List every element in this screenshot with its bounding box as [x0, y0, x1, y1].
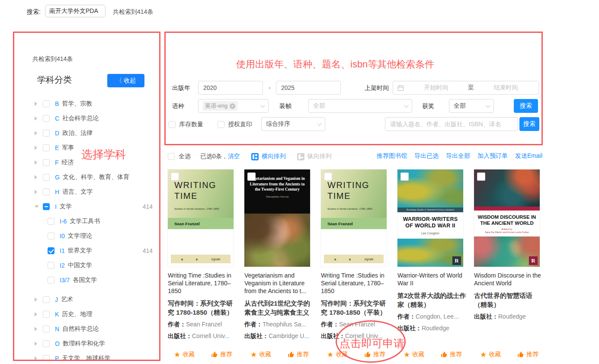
tree-item-c[interactable]: C社会科学总论: [35, 111, 158, 126]
tree-item-i6[interactable]: I-6文学工具书: [35, 214, 158, 229]
horizontal-layout-label[interactable]: 横向排列: [262, 153, 286, 160]
book-title-en[interactable]: Writing Time :Studies in Serial Literatu…: [168, 271, 237, 295]
tree-item-n[interactable]: N自然科学总论: [35, 322, 158, 336]
tree-checkbox[interactable]: [43, 115, 50, 122]
add-to-preorder-link[interactable]: 加入预订单: [477, 152, 508, 160]
search-button[interactable]: 搜索: [514, 99, 538, 113]
tree-checkbox[interactable]: [43, 144, 50, 151]
expand-arrow-icon[interactable]: [35, 116, 39, 121]
tree-checkbox[interactable]: [48, 233, 54, 239]
sort-select[interactable]: 综合排序: [261, 117, 325, 131]
book-cover[interactable]: Routledge Studies in Twentieth-Century L…: [397, 169, 463, 267]
expand-arrow-icon[interactable]: [35, 131, 39, 135]
book-title-cn[interactable]: 写作时间：系列文学研究 1780-1850（平装）: [321, 299, 390, 317]
language-select[interactable]: 英语-eng×: [198, 99, 269, 113]
send-email-link[interactable]: 发送Email: [515, 152, 542, 160]
expand-arrow-icon[interactable]: [35, 146, 39, 150]
expand-arrow-icon[interactable]: [35, 327, 39, 331]
book-cover[interactable]: WRITINGTIMEStudies in Serial Literature,…: [321, 169, 387, 267]
book-title-cn[interactable]: 写作时间：系列文学研究 1780-1850（精装）: [168, 299, 237, 317]
keyword-search-input[interactable]: [385, 117, 518, 131]
tree-checkbox[interactable]: [48, 247, 54, 254]
expand-arrow-icon[interactable]: [35, 297, 39, 302]
tree-item-f[interactable]: F经济: [35, 155, 158, 170]
tree-checkbox[interactable]: [43, 174, 50, 181]
favorite-button[interactable]: ★收藏: [174, 351, 195, 358]
tree-checkbox[interactable]: [43, 326, 50, 332]
top-search-input[interactable]: [45, 5, 106, 17]
tree-item-e[interactable]: E军事: [35, 140, 158, 155]
binding-select[interactable]: 全部: [308, 99, 412, 113]
expand-arrow-icon[interactable]: [35, 312, 39, 316]
expand-arrow-icon[interactable]: [35, 356, 39, 361]
export-selected-link[interactable]: 导出已选: [414, 152, 439, 160]
tree-checkbox[interactable]: [43, 311, 50, 318]
tree-item-o[interactable]: O数理科学和化学: [35, 336, 158, 351]
tag-remove-icon[interactable]: ×: [230, 103, 235, 109]
export-all-link[interactable]: 导出全部: [446, 152, 470, 160]
tree-item-i[interactable]: I文学414: [35, 199, 158, 214]
book-title-cn[interactable]: 古代世界的智慧话语（精装）: [474, 291, 543, 309]
book-cover[interactable]: Vegetarianism and Veganism in Literature…: [244, 169, 310, 267]
expand-arrow-icon[interactable]: [35, 102, 39, 106]
recommend-library-link[interactable]: 推荐图书馆: [377, 152, 407, 160]
tree-item-h[interactable]: H语言、文字: [35, 185, 158, 199]
tree-checkbox[interactable]: [48, 218, 54, 225]
tree-checkbox[interactable]: [43, 355, 50, 361]
tree-checkbox[interactable]: [48, 277, 54, 284]
cover-select-checkbox[interactable]: [477, 172, 485, 181]
book-title-en[interactable]: Warrior-Writers of World War II: [397, 271, 467, 287]
cover-select-checkbox[interactable]: [324, 172, 332, 181]
tree-item-d[interactable]: D政治、法律: [35, 126, 158, 140]
tree-checkbox[interactable]: [43, 188, 50, 195]
award-select[interactable]: 全部: [449, 99, 494, 113]
tree-checkbox[interactable]: [43, 100, 50, 107]
book-cover[interactable]: WISDOM DISCOURSE IN THE ANCIENT WORLDEdi…: [474, 169, 540, 267]
tree-checkbox[interactable]: [48, 262, 54, 269]
tree-item-k[interactable]: K历史、地理: [35, 307, 158, 322]
authorized-print-checkbox[interactable]: 授权直印: [218, 121, 252, 128]
tree-item-i0[interactable]: I0文学理论: [35, 229, 158, 243]
tree-checkbox[interactable]: [43, 159, 50, 166]
cover-select-checkbox[interactable]: [171, 172, 179, 181]
recommend-button[interactable]: 推荐: [441, 351, 462, 358]
tree-checkbox[interactable]: [43, 203, 50, 210]
tree-checkbox[interactable]: [43, 130, 50, 137]
vertical-layout-icon[interactable]: [297, 153, 304, 160]
pub-year-from-input[interactable]: [198, 81, 263, 95]
tree-item-p[interactable]: P天文学、地球科学: [35, 351, 158, 361]
book-cover[interactable]: WRITINGTIMEStudies in Serial Literature,…: [168, 169, 234, 267]
tree-checkbox[interactable]: [43, 296, 50, 303]
cover-select-checkbox[interactable]: [247, 172, 256, 181]
tree-item-i37[interactable]: I3/7各国文学: [35, 273, 158, 287]
stock-quantity-checkbox[interactable]: 库存数量: [169, 121, 203, 128]
book-title-en[interactable]: Wisdom Discourse in the Ancient World: [474, 271, 543, 287]
keyword-search-button[interactable]: 搜索: [519, 117, 539, 131]
recommend-button[interactable]: 推荐: [517, 351, 538, 358]
favorite-button[interactable]: ★收藏: [327, 351, 348, 358]
shelf-time-range-picker[interactable]: 开始时间 至 结束时间: [393, 81, 539, 95]
tree-item-b[interactable]: B哲学、宗教: [35, 96, 158, 111]
select-all-checkbox[interactable]: [168, 153, 175, 160]
recommend-button[interactable]: 推荐: [364, 351, 385, 358]
cover-select-checkbox[interactable]: [400, 172, 409, 181]
expand-arrow-icon[interactable]: [35, 205, 39, 208]
tree-checkbox[interactable]: [43, 340, 50, 347]
pub-year-to-input[interactable]: [276, 81, 341, 95]
horizontal-layout-icon[interactable]: [251, 153, 259, 160]
book-title-cn[interactable]: 第2次世界大战的战士作家（精装）: [397, 291, 467, 309]
book-title-en[interactable]: Writing Time :Studies in Serial Literatu…: [321, 271, 390, 295]
vertical-layout-label[interactable]: 纵向排列: [308, 153, 332, 160]
book-title-cn[interactable]: 从古代到21世纪文学的素食主义与纯素食主义: [244, 299, 314, 317]
expand-arrow-icon[interactable]: [35, 342, 39, 346]
tree-item-g[interactable]: G文化、科学、教育、体育: [35, 170, 158, 185]
recommend-button[interactable]: 推荐: [211, 351, 232, 358]
expand-arrow-icon[interactable]: [35, 160, 39, 165]
clear-selection-link[interactable]: 清空: [228, 153, 240, 160]
favorite-button[interactable]: ★收藏: [480, 351, 501, 358]
recommend-button[interactable]: 推荐: [288, 351, 309, 358]
tree-item-i1[interactable]: I1世界文学414: [35, 243, 158, 258]
expand-arrow-icon[interactable]: [35, 190, 39, 194]
favorite-button[interactable]: ★收藏: [250, 351, 271, 358]
collapse-button[interactable]: 〈 收起: [107, 74, 144, 87]
